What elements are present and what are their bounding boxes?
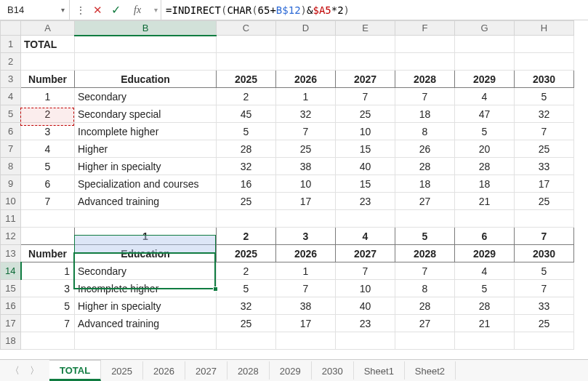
cell-A9[interactable]: 6 [21,175,75,193]
cell-G7[interactable]: 20 [455,140,515,158]
cell[interactable] [515,53,574,71]
cell-F3[interactable]: 2028 [395,71,455,88]
accept-icon[interactable]: ✓ [111,3,121,17]
cell-E14[interactable]: 7 [336,262,395,280]
cell-F12[interactable]: 5 [395,228,455,245]
cell-G8[interactable]: 28 [455,158,515,175]
cell-F14[interactable]: 7 [395,262,455,280]
fx-label[interactable]: fx [129,4,145,16]
cell-E12[interactable]: 4 [336,228,395,245]
cell-F16[interactable]: 28 [395,297,455,315]
cell-G17[interactable]: 21 [455,315,515,332]
cell[interactable] [515,210,574,228]
cell[interactable] [217,36,276,53]
cell-A7[interactable]: 4 [21,140,75,158]
cell-G10[interactable]: 21 [455,193,515,210]
col-header-G[interactable]: G [455,21,515,36]
cell[interactable] [217,53,276,71]
cell-H5[interactable]: 32 [515,105,574,123]
cell-H12[interactable]: 7 [515,228,574,245]
cell-C10[interactable]: 25 [217,193,276,210]
row-header-16[interactable]: 16 [1,297,21,315]
cell-G9[interactable]: 18 [455,175,515,193]
cell-H7[interactable]: 25 [515,140,574,158]
sheet-tab-2027[interactable]: 2027 [185,361,227,380]
cell-C14[interactable]: 2 [217,262,276,280]
sheet-tab-2029[interactable]: 2029 [270,361,312,380]
cell-A12[interactable] [21,228,75,245]
cell-A8[interactable]: 5 [21,158,75,175]
cell-C3[interactable]: 2025 [217,71,276,88]
cell-D9[interactable]: 10 [276,175,336,193]
cell-G5[interactable]: 47 [455,105,515,123]
row-header-4[interactable]: 4 [1,88,21,105]
sheet-tab-sheet1[interactable]: Sheet1 [354,361,405,380]
cell[interactable] [336,210,395,228]
cell[interactable] [336,36,395,53]
cell-A10[interactable]: 7 [21,193,75,210]
cell-H16[interactable]: 33 [515,297,574,315]
cell-H8[interactable]: 33 [515,158,574,175]
cell[interactable] [515,36,574,53]
cell-C7[interactable]: 28 [217,140,276,158]
cell[interactable] [217,332,276,350]
cell[interactable] [21,210,75,228]
col-header-D[interactable]: D [276,21,336,36]
cell[interactable] [217,210,276,228]
cell-A15[interactable]: 3 [21,280,75,297]
cell-G12[interactable]: 6 [455,228,515,245]
tab-next-icon[interactable]: 〉 [30,364,39,377]
fill-handle[interactable] [213,286,218,292]
cell-H3[interactable]: 2030 [515,71,574,88]
cell-E8[interactable]: 40 [336,158,395,175]
cell-H14[interactable]: 5 [515,262,574,280]
cell-C4[interactable]: 2 [217,88,276,105]
cell-B17[interactable]: Advanced training [75,315,217,332]
cell-D6[interactable]: 7 [276,123,336,140]
cell-E6[interactable]: 10 [336,123,395,140]
sheet-tab-2025[interactable]: 2025 [101,361,143,380]
chevron-down-icon[interactable]: ▾ [154,6,158,14]
cell-E15[interactable]: 10 [336,280,395,297]
cell-A16[interactable]: 5 [21,297,75,315]
cell-D4[interactable]: 1 [276,88,336,105]
spreadsheet-grid[interactable]: A B C D E F G H 1 TOTAL 2 3 Number Educa… [0,20,588,350]
cell-B3[interactable]: Education [75,71,217,88]
row-header-10[interactable]: 10 [1,193,21,210]
row-header-11[interactable]: 11 [1,210,21,228]
cell-B9[interactable]: Specialization and courses [75,175,217,193]
cell-B13[interactable]: Education [75,245,217,262]
cell-E16[interactable]: 40 [336,297,395,315]
cell-E5[interactable]: 25 [336,105,395,123]
row-header-3[interactable]: 3 [1,71,21,88]
cell-F10[interactable]: 27 [395,193,455,210]
cell-C8[interactable]: 32 [217,158,276,175]
cell-C12[interactable]: 2 [217,228,276,245]
cell-F5[interactable]: 18 [395,105,455,123]
cell-A6[interactable]: 3 [21,123,75,140]
cell-D10[interactable]: 17 [276,193,336,210]
cell-G4[interactable]: 4 [455,88,515,105]
col-header-E[interactable]: E [336,21,395,36]
cell-E7[interactable]: 15 [336,140,395,158]
cell-C6[interactable]: 5 [217,123,276,140]
cell-D15[interactable]: 7 [276,280,336,297]
cell[interactable] [336,53,395,71]
cell-E9[interactable]: 15 [336,175,395,193]
cell-D3[interactable]: 2026 [276,71,336,88]
cell-A5[interactable]: 2 [21,105,75,123]
cell-F6[interactable]: 8 [395,123,455,140]
sheet-tab-2028[interactable]: 2028 [227,361,270,380]
cell[interactable] [455,332,515,350]
cell-H17[interactable]: 25 [515,315,574,332]
sheet-tab-total[interactable]: TOTAL [49,360,101,381]
cell[interactable] [395,332,455,350]
cell-G14[interactable]: 4 [455,262,515,280]
row-header-13[interactable]: 13 [1,245,21,262]
cell-F7[interactable]: 26 [395,140,455,158]
cell-A17[interactable]: 7 [21,315,75,332]
row-header-6[interactable]: 6 [1,123,21,140]
cell-B4[interactable]: Secondary [75,88,217,105]
cell-D16[interactable]: 38 [276,297,336,315]
cell-F15[interactable]: 8 [395,280,455,297]
